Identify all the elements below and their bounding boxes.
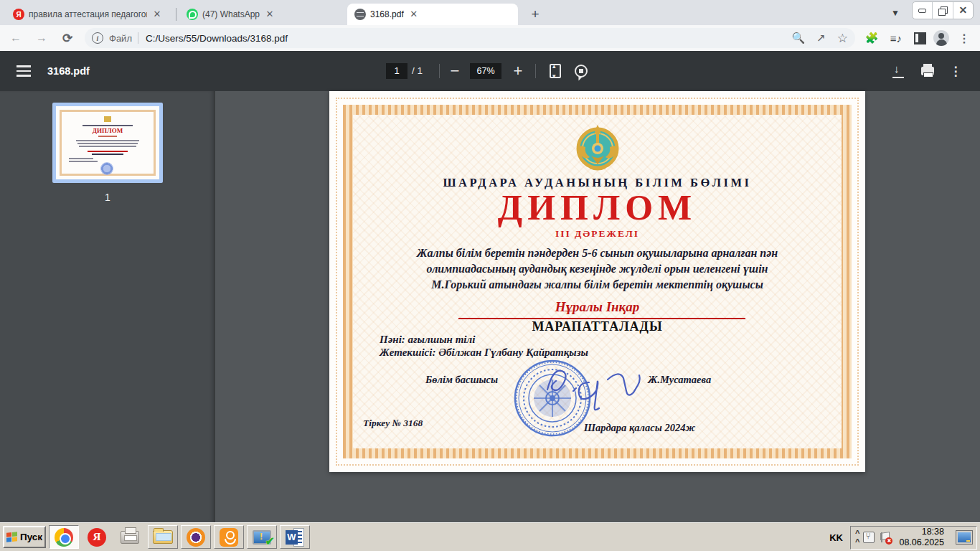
language-indicator[interactable]: KK: [822, 532, 850, 543]
close-icon: ✕: [958, 4, 967, 17]
tor-browser-icon: [187, 528, 205, 547]
tab-whatsapp[interactable]: (47) WhatsApp ✕: [179, 4, 343, 25]
kazakhstan-emblem-icon: [574, 124, 621, 174]
taskbar-security-button[interactable]: [247, 525, 277, 549]
window-controls: ✕: [912, 1, 974, 19]
side-panel-glyph: [914, 32, 926, 44]
thumbnail-sidebar: ДИПЛОМ 1: [0, 91, 215, 522]
clock-time: 18:38: [899, 527, 944, 537]
thumb-title: ДИПЛОМ: [56, 127, 159, 134]
close-button[interactable]: ✕: [953, 2, 973, 19]
bookmark-star-icon[interactable]: ☆: [837, 31, 848, 46]
url-scheme-label: Файл: [109, 33, 132, 44]
zoom-indicator-icon[interactable]: 🔍: [791, 32, 805, 44]
certificate-body-text: Жалпы білім беретін пәндерден 5-6 сынып …: [329, 245, 865, 293]
toolbar-divider: [535, 64, 536, 78]
security-monitor-icon: [253, 530, 271, 545]
thumb-emblem: [104, 116, 111, 122]
page-total-label: / 1: [412, 65, 423, 76]
tray-panel: ^^ 18:38 08.06.2025: [850, 526, 977, 550]
folder-icon: [153, 530, 173, 544]
zoom-in-button[interactable]: +: [508, 61, 528, 81]
extensions-puzzle-icon[interactable]: 🧩: [863, 29, 880, 47]
pdf-page: ШАРДАРА АУДАНЫНЫҢ БІЛІМ БӨЛІМІ ДИПЛОМ ІІ…: [329, 91, 865, 472]
profile-avatar[interactable]: [933, 29, 950, 47]
certificate-content: ШАРДАРА АУДАНЫНЫҢ БІЛІМ БӨЛІМІ ДИПЛОМ ІІ…: [329, 91, 865, 472]
recipient-name: Нұралы Інқар: [329, 299, 865, 315]
taskbar-explorer-button[interactable]: [148, 525, 178, 549]
fit-page-button[interactable]: [545, 61, 565, 81]
odnoklassniki-icon: [220, 528, 238, 547]
chrome-icon: [55, 528, 73, 547]
back-icon[interactable]: ←: [7, 29, 24, 47]
address-bar[interactable]: i Файл C:/Users/55/Downloads/3168.pdf 🔍 …: [85, 28, 855, 48]
download-button[interactable]: [888, 61, 908, 81]
browser-menu-dots-icon[interactable]: ⋮: [956, 29, 973, 47]
minimize-button[interactable]: [913, 2, 933, 19]
tray-expand-chevron-icon[interactable]: ^^: [855, 529, 858, 546]
pdf-viewer-area: ДИПЛОМ 1: [0, 91, 980, 522]
taskbar-chrome-button[interactable]: [49, 525, 79, 549]
tab-yandex-search[interactable]: Я правила аттестация педагогов в к ✕: [6, 4, 174, 25]
taskbar-tor-button[interactable]: [181, 525, 211, 549]
zoom-level-input[interactable]: 67%: [470, 63, 501, 79]
registration-number: Тіркеу № 3168: [363, 418, 423, 429]
close-tab-icon[interactable]: ✕: [408, 9, 420, 20]
page-info-icon[interactable]: i: [92, 32, 103, 44]
share-icon[interactable]: ↗: [816, 32, 826, 44]
taskbar-printer-button[interactable]: [115, 525, 145, 549]
tab-strip: Я правила аттестация педагогов в к ✕ (47…: [0, 0, 980, 25]
whatsapp-favicon: [187, 9, 198, 20]
thumb-text-line: [79, 146, 136, 147]
toolbar-divider: [439, 64, 440, 78]
safely-remove-hardware-icon[interactable]: [863, 532, 875, 543]
thumb-text-line: [92, 154, 123, 155]
system-tray: KK ^^ 18:38 08.06.2025: [822, 525, 977, 550]
page-number-input[interactable]: 1: [386, 63, 407, 79]
taskbar-yandex-button[interactable]: Я: [82, 525, 112, 549]
close-tab-icon[interactable]: ✕: [264, 9, 275, 20]
zoom-out-button[interactable]: −: [445, 61, 465, 81]
close-tab-icon[interactable]: ✕: [151, 9, 163, 20]
pdf-menu-icon[interactable]: [16, 51, 32, 91]
action-center-flag-icon[interactable]: [880, 532, 891, 543]
tab-search-chevron-icon[interactable]: ▼: [888, 6, 903, 20]
taskbar-ok-button[interactable]: [214, 525, 244, 549]
award-word: МАРАПАТТАЛАДЫ: [329, 319, 865, 334]
reload-icon[interactable]: ⟳: [59, 29, 76, 47]
download-icon: [892, 65, 904, 77]
taskbar-word-button[interactable]: W: [280, 525, 310, 549]
rotate-button[interactable]: [571, 61, 591, 81]
show-desktop-icon[interactable]: [956, 531, 972, 544]
forward-icon[interactable]: →: [33, 29, 50, 47]
start-button[interactable]: Пуск: [3, 526, 46, 548]
windows-taskbar: Пуск Я W KK ^^ 18:38 08.06.2025: [0, 522, 980, 551]
url-text[interactable]: C:/Users/55/Downloads/3168.pdf: [146, 33, 780, 44]
start-label: Пуск: [20, 532, 42, 542]
thumbnail-preview: ДИПЛОМ: [56, 106, 159, 179]
tray-clock[interactable]: 18:38 08.06.2025: [896, 527, 947, 548]
signature: [542, 361, 664, 413]
fit-page-icon: [550, 64, 561, 78]
tab-separator: [176, 8, 176, 21]
thumbnail-page-1[interactable]: ДИПЛОМ: [52, 103, 163, 183]
print-button[interactable]: [918, 61, 938, 81]
place-and-date: Шардара қаласы 2024ж: [545, 422, 735, 434]
reading-list-icon[interactable]: ≡♪: [887, 29, 905, 47]
printer-icon: [121, 531, 139, 544]
pdf-title: 3168.pdf: [47, 51, 90, 91]
certificate-title: ДИПЛОМ: [329, 187, 865, 228]
yandex-favicon: Я: [13, 9, 24, 20]
thumb-text-line: [77, 143, 138, 144]
head-name: Ж.Мусатаева: [648, 374, 711, 386]
pdf-more-options-icon[interactable]: ⋮: [946, 61, 966, 81]
new-tab-button[interactable]: +: [527, 6, 544, 23]
tab-pdf-active[interactable]: 3168.pdf ✕: [347, 4, 518, 25]
restore-button[interactable]: [933, 2, 953, 19]
url-divider: [138, 32, 138, 44]
restore-icon: [938, 6, 946, 14]
thumb-text-line: [83, 125, 133, 126]
side-panel-icon[interactable]: [911, 29, 928, 47]
windows-logo-icon: [6, 532, 17, 542]
avatar-icon: [933, 30, 949, 46]
